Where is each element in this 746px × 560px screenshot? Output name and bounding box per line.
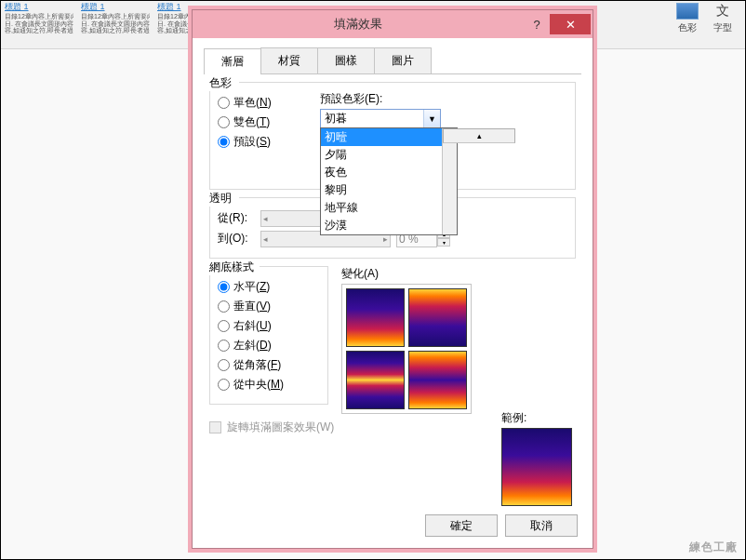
tab-texture[interactable]: 材質 — [260, 47, 318, 73]
cancel-button[interactable]: 取消 — [505, 514, 578, 537]
close-button[interactable]: ✕ — [550, 14, 591, 34]
tab-pattern[interactable]: 圖樣 — [317, 47, 375, 73]
dropdown-item[interactable]: 地平線 — [321, 199, 442, 217]
radio-diag-down[interactable]: 左斜(D) — [218, 338, 320, 353]
variant-3[interactable] — [346, 351, 405, 409]
to-label: 到(O): — [218, 231, 255, 247]
radio-from-center[interactable]: 從中央(M) — [218, 377, 320, 393]
dropdown-item[interactable]: 夕陽 — [321, 146, 442, 164]
variants-label: 變化(A) — [341, 266, 472, 282]
scrollbar[interactable]: ▴ — [442, 128, 457, 234]
titlebar: 填滿效果 ? ✕ — [193, 10, 593, 38]
radio-preset[interactable]: 預設(S) — [218, 134, 320, 150]
radio-two-color[interactable]: 雙色(T) — [218, 114, 320, 130]
rotate-label: 旋轉填滿圖案效果(W) — [227, 420, 334, 435]
preset-colors-dropdown: 初曀 夕陽 夜色 黎明 地平線 沙漠 ▴ — [320, 127, 458, 235]
variant-2[interactable] — [408, 288, 467, 347]
tab-strip: 漸層 材質 圖樣 圖片 — [204, 47, 581, 74]
rotate-checkbox[interactable] — [209, 421, 221, 433]
tab-picture[interactable]: 圖片 — [374, 47, 432, 73]
radio-horizontal[interactable]: 水平(Z) — [218, 279, 320, 295]
colors-group-label: 色彩 — [209, 75, 235, 91]
watermark: 練色工廠 — [689, 540, 738, 555]
variants-grid — [341, 284, 472, 414]
fonts-button[interactable]: 文字型 — [708, 3, 738, 34]
dialog-title: 填滿效果 — [193, 16, 524, 33]
variant-4[interactable] — [408, 351, 467, 409]
dropdown-item[interactable]: 夜色 — [321, 164, 442, 181]
fill-effects-dialog: 填滿效果 ? ✕ 漸層 材質 圖樣 圖片 色彩 單色(N) 雙色(T) 預設(S… — [192, 9, 593, 549]
scroll-up-icon[interactable]: ▴ — [443, 128, 515, 143]
variant-1[interactable] — [346, 288, 405, 347]
radio-from-corner[interactable]: 從角落(F) — [218, 357, 320, 373]
shading-group-label: 網底樣式 — [209, 260, 258, 275]
dropdown-item[interactable]: 黎明 — [321, 181, 442, 199]
colors-button[interactable]: 色彩 — [673, 3, 702, 34]
sample-preview — [501, 428, 572, 506]
preset-colors-combo[interactable]: 初暮 ▼ — [320, 109, 441, 128]
radio-vertical[interactable]: 垂直(V) — [218, 299, 320, 314]
transparency-group-label: 透明 — [209, 191, 235, 207]
radio-one-color[interactable]: 單色(N) — [218, 95, 320, 111]
style-preview[interactable]: 標題 1 目錄12章內容上所需要內容 日. 在會議長文圓形內容件目 容,如通知之… — [5, 3, 73, 47]
preset-colors-label: 預設色彩(E): — [320, 91, 441, 107]
radio-diag-up[interactable]: 右斜(U) — [218, 318, 320, 334]
dropdown-item[interactable]: 沙漠 — [321, 217, 442, 234]
chevron-down-icon: ▼ — [423, 110, 440, 127]
ok-button[interactable]: 確定 — [425, 514, 498, 537]
spin-down-icon[interactable]: ▾ — [437, 238, 450, 247]
from-label: 從(R): — [218, 210, 255, 226]
sample-label: 範例: — [501, 410, 572, 426]
tab-gradient[interactable]: 漸層 — [204, 48, 261, 74]
style-preview[interactable]: 標題 1 目錄12章內容上所需要內容 日. 在會議長文圓形內容件目 容,如通知之… — [81, 3, 150, 47]
dropdown-item[interactable]: 初曀 — [321, 128, 442, 146]
help-button[interactable]: ? — [524, 14, 550, 34]
